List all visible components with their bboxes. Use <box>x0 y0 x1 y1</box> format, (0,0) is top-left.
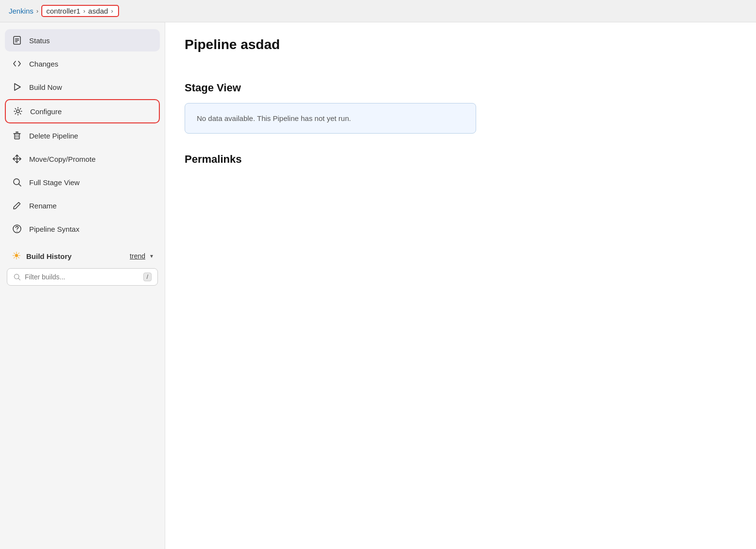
filter-builds-container: / <box>7 268 158 286</box>
sidebar-label-configure: Configure <box>30 107 62 116</box>
sidebar-item-full-stage-view[interactable]: Full Stage View <box>5 171 160 193</box>
document-icon <box>12 35 22 46</box>
breadcrumb-jenkins[interactable]: Jenkins <box>9 7 34 15</box>
svg-marker-4 <box>15 84 20 90</box>
breadcrumb-sep-1: › <box>36 7 38 15</box>
breadcrumb-sep-2: › <box>83 7 85 15</box>
svg-line-18 <box>18 278 20 280</box>
trend-link[interactable]: trend <box>130 252 145 260</box>
sidebar-label-move-copy-promote: Move/Copy/Promote <box>29 155 96 163</box>
no-data-text: No data available. This Pipeline has not… <box>197 114 351 122</box>
build-history-title: Build History <box>26 252 125 260</box>
main-content: Pipeline asdad Stage View No data availa… <box>165 22 756 549</box>
trash-icon <box>12 130 22 141</box>
move-icon <box>12 154 22 164</box>
pencil-icon <box>12 200 22 211</box>
breadcrumb-highlighted-section: controller1 › asdad › <box>41 5 119 17</box>
sidebar-item-rename[interactable]: Rename <box>5 194 160 217</box>
search-filter-icon <box>13 273 21 281</box>
help-icon <box>12 223 22 234</box>
sidebar-label-changes: Changes <box>29 60 58 68</box>
sidebar-item-changes[interactable]: Changes <box>5 52 160 75</box>
breadcrumb: Jenkins › controller1 › asdad › <box>0 0 756 22</box>
sidebar-label-pipeline-syntax: Pipeline Syntax <box>29 225 79 233</box>
sidebar-item-status[interactable]: Status <box>5 29 160 51</box>
sidebar: Status Changes Build Now <box>0 22 165 549</box>
sidebar-item-move-copy-promote[interactable]: Move/Copy/Promote <box>5 148 160 170</box>
svg-point-5 <box>17 110 19 113</box>
sidebar-item-delete-pipeline[interactable]: Delete Pipeline <box>5 124 160 147</box>
sun-icon: ☀ <box>12 250 21 262</box>
filter-builds-input[interactable] <box>25 273 139 281</box>
play-icon <box>12 82 22 92</box>
sidebar-label-rename: Rename <box>29 202 57 210</box>
breadcrumb-sep-3: › <box>111 7 113 15</box>
sidebar-label-build-now: Build Now <box>29 83 62 91</box>
search-icon <box>12 177 22 188</box>
sidebar-label-delete-pipeline: Delete Pipeline <box>29 132 78 140</box>
svg-line-14 <box>19 184 21 187</box>
page-title: Pipeline asdad <box>185 37 737 52</box>
svg-point-16 <box>17 231 17 232</box>
stage-view-title: Stage View <box>185 82 737 94</box>
svg-rect-6 <box>15 134 19 139</box>
breadcrumb-controller[interactable]: controller1 <box>46 7 80 15</box>
gear-icon <box>13 106 23 117</box>
permalinks-title: Permalinks <box>185 153 737 166</box>
sidebar-item-pipeline-syntax[interactable]: Pipeline Syntax <box>5 218 160 240</box>
sidebar-item-build-now[interactable]: Build Now <box>5 76 160 98</box>
filter-shortcut-badge: / <box>143 273 152 281</box>
build-history-section: ☀ Build History trend ▾ <box>5 244 160 268</box>
breadcrumb-pipeline[interactable]: asdad <box>88 7 108 15</box>
code-icon <box>12 58 22 69</box>
sidebar-item-configure[interactable]: Configure <box>5 99 160 123</box>
main-layout: Status Changes Build Now <box>0 22 756 549</box>
no-data-message: No data available. This Pipeline has not… <box>185 103 476 134</box>
sidebar-label-status: Status <box>29 36 50 45</box>
chevron-down-icon: ▾ <box>150 253 153 259</box>
sidebar-label-full-stage-view: Full Stage View <box>29 178 80 187</box>
